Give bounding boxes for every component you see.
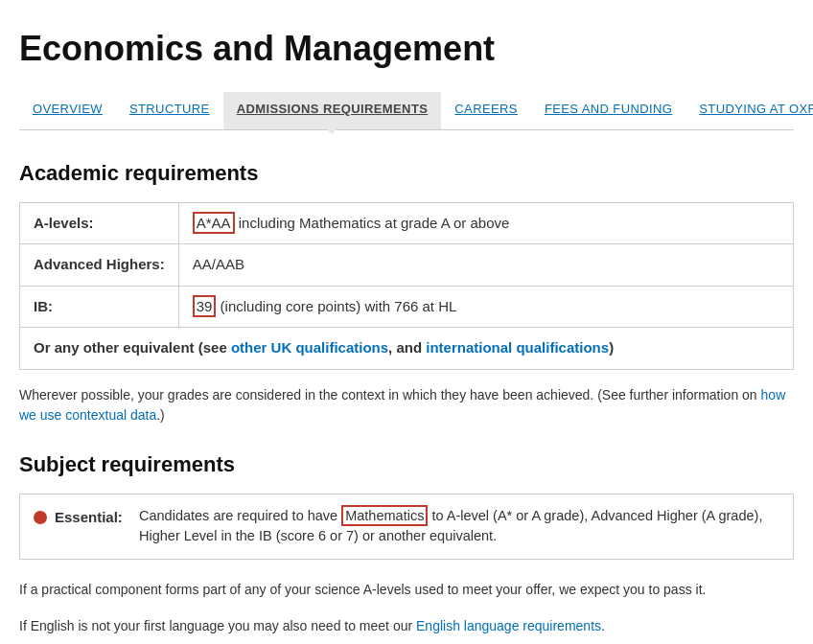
- or-text-before: (see: [195, 339, 231, 356]
- alevels-label: A-levels:: [20, 202, 179, 244]
- tab-admissions[interactable]: ADMISSIONS REQUIREMENTS: [223, 92, 442, 129]
- red-dot-icon: [34, 511, 47, 524]
- tab-fees[interactable]: FEES AND FUNDING: [531, 92, 685, 129]
- tab-studying[interactable]: STUDYING AT OXFORD: [685, 92, 813, 129]
- english-note-text-after: .: [601, 618, 605, 633]
- alevels-rest: including Mathematics at grade A or abov…: [235, 215, 510, 231]
- subject-row: Essential: Candidates are required to ha…: [19, 494, 794, 561]
- ib-highlight: 39: [193, 295, 217, 317]
- navigation-tabs: OVERVIEW STRUCTURE ADMISSIONS REQUIREMEN…: [19, 92, 794, 130]
- tab-careers[interactable]: CAREERS: [441, 92, 531, 129]
- or-equivalent-bold: Or any other equivalent: [34, 339, 195, 356]
- english-note: If English is not your first language yo…: [19, 615, 794, 636]
- highers-value: AA/AAB: [178, 244, 793, 287]
- essential-text-before: Candidates are required to have: [139, 508, 341, 523]
- or-text-after: ): [609, 339, 614, 356]
- page-wrapper: Economics and Management OVERVIEW STRUCT…: [0, 0, 813, 644]
- page-title: Economics and Management: [19, 23, 794, 75]
- english-language-link[interactable]: English language requirements: [416, 618, 601, 633]
- tab-structure[interactable]: STRUCTURE: [116, 92, 223, 129]
- contextual-note-text1: Wherever possible, your grades are consi…: [19, 387, 761, 402]
- alevels-highlight: A*AA: [193, 212, 235, 234]
- subject-content: Candidates are required to have Mathemat…: [139, 506, 779, 548]
- contextual-note-text2: .): [156, 407, 165, 423]
- subject-requirements-section: Subject requirements Essential: Candidat…: [19, 448, 794, 637]
- subject-heading: Subject requirements: [19, 448, 794, 480]
- or-equivalent-cell: Or any other equivalent (see other UK qu…: [20, 328, 794, 370]
- alevels-value: A*AA including Mathematics at grade A or…: [178, 202, 793, 244]
- ib-value: 39 (including core points) with 766 at H…: [178, 286, 793, 328]
- academic-heading: Academic requirements: [19, 157, 794, 189]
- table-row: Or any other equivalent (see other UK qu…: [20, 328, 794, 370]
- international-qualifications-link[interactable]: international qualifications: [426, 339, 609, 356]
- mathematics-highlight: Mathematics: [341, 505, 428, 526]
- subject-label: Essential:: [34, 506, 139, 529]
- ib-label: IB:: [20, 286, 179, 328]
- table-row: Advanced Highers: AA/AAB: [20, 244, 794, 287]
- table-row: A-levels: A*AA including Mathematics at …: [20, 202, 794, 244]
- practical-note: If a practical component forms part of a…: [19, 579, 794, 600]
- essential-label: Essential:: [55, 507, 123, 529]
- table-row: IB: 39 (including core points) with 766 …: [20, 286, 794, 328]
- requirements-table: A-levels: A*AA including Mathematics at …: [19, 202, 794, 370]
- english-note-text-before: If English is not your first language yo…: [19, 618, 416, 633]
- highers-label: Advanced Highers:: [20, 244, 179, 287]
- contextual-note: Wherever possible, your grades are consi…: [19, 385, 794, 426]
- academic-requirements-section: Academic requirements A-levels: A*AA inc…: [19, 157, 794, 426]
- tab-overview[interactable]: OVERVIEW: [19, 92, 116, 129]
- uk-qualifications-link[interactable]: other UK qualifications: [231, 339, 388, 356]
- ib-rest: (including core points) with 766 at HL: [216, 298, 456, 314]
- or-text-mid: , and: [388, 339, 426, 356]
